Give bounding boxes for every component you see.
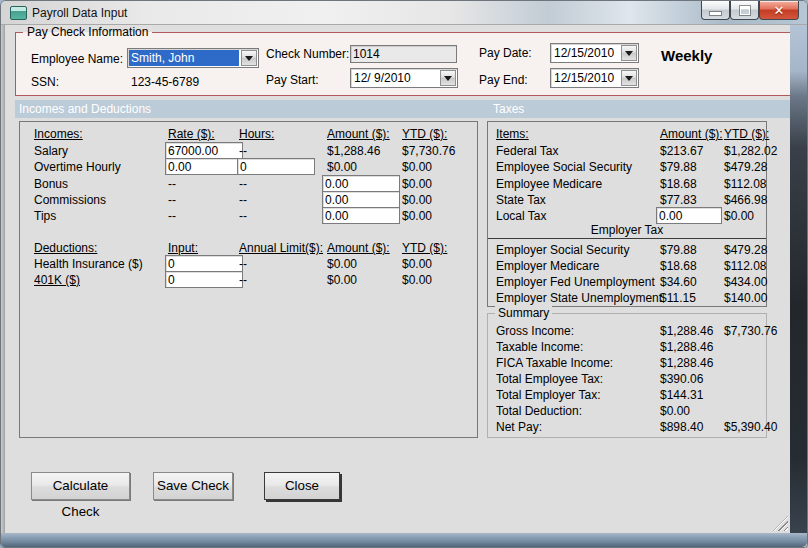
close-button[interactable]: Close xyxy=(264,472,340,500)
summary-row-total-employer-tax: Total Employer Tax: $144.31 xyxy=(488,388,766,404)
pay-end-label: Pay End: xyxy=(479,73,528,87)
pay-date-label: Pay Date: xyxy=(479,46,532,60)
local-tax-label: Local Tax xyxy=(496,209,546,223)
tax-row-employer-ss: Employer Social Security $79.88 $479.28 xyxy=(488,243,766,259)
employee-ss-amount: $79.88 xyxy=(660,160,697,174)
check-number-label: Check Number: xyxy=(266,47,349,61)
income-row-tips: Tips -- -- $0.00 xyxy=(20,209,477,225)
local-tax-ytd: $0.00 xyxy=(724,209,754,223)
summary-row-total-employee-tax: Total Employee Tax: $390.06 xyxy=(488,372,766,388)
col-tax-ytd: YTD ($): xyxy=(724,127,769,141)
overtime-rate-input[interactable] xyxy=(165,158,243,175)
fica-taxable-label: FICA Taxable Income: xyxy=(496,356,613,370)
employer-fed-unemployment-ytd: $434.00 xyxy=(724,275,767,289)
pay-start-select[interactable]: 12/ 9/2010 xyxy=(350,68,458,88)
employee-ss-label: Employee Social Security xyxy=(496,160,632,174)
title-bar: Payroll Data Input xyxy=(1,1,807,25)
salary-ytd: $7,730.76 xyxy=(402,144,455,158)
tax-row-employer-fed-unemployment: Employer Fed Unemployment $34.60 $434.00 xyxy=(488,275,766,291)
total-employer-tax-label: Total Employer Tax: xyxy=(496,388,601,402)
col-ytd: YTD ($): xyxy=(402,127,447,141)
employer-state-unemployment-ytd: $140.00 xyxy=(724,291,767,305)
employer-fed-unemployment-amount: $34.60 xyxy=(660,275,697,289)
bonus-amount-input[interactable] xyxy=(322,175,400,192)
tips-amount-input[interactable] xyxy=(322,207,400,224)
deduction-row-health-insurance: Health Insurance ($) -- $0.00 $0.00 xyxy=(20,257,477,273)
col-amount: Amount ($): xyxy=(327,127,390,141)
commissions-ytd: $0.00 xyxy=(402,193,432,207)
net-pay-amount: $898.40 xyxy=(660,420,703,434)
incomes-section-header: Incomes and Deductions xyxy=(19,102,151,116)
summary-row-fica: FICA Taxable Income: $1,288.46 xyxy=(488,356,766,372)
chevron-down-icon xyxy=(625,51,633,56)
pay-end-dropdown-button[interactable] xyxy=(621,70,637,86)
pay-end-value: 12/15/2010 xyxy=(551,69,620,87)
employee-name-label: Employee Name: xyxy=(31,52,123,66)
total-employer-tax-amount: $144.31 xyxy=(660,388,703,402)
commissions-label: Commissions xyxy=(34,193,106,207)
col-ded-ytd: YTD ($): xyxy=(402,241,447,255)
summary-row-taxable: Taxable Income: $1,288.46 xyxy=(488,340,766,356)
col-input: Input: xyxy=(168,241,198,255)
window-frame-right xyxy=(790,25,807,535)
employer-fed-unemployment-label: Employer Fed Unemployment xyxy=(496,275,655,289)
health-insurance-label: Health Insurance ($) xyxy=(34,257,143,271)
pay-start-dropdown-button[interactable] xyxy=(440,70,456,86)
chevron-down-icon xyxy=(625,76,633,81)
pay-date-dropdown-button[interactable] xyxy=(621,45,637,61)
federal-tax-label: Federal Tax xyxy=(496,144,558,158)
local-tax-input[interactable] xyxy=(656,207,722,224)
income-row-overtime: Overtime Hourly $0.00 $0.00 xyxy=(20,160,477,176)
maximize-button[interactable] xyxy=(730,1,759,20)
employee-medicare-ytd: $112.08 xyxy=(724,177,767,191)
k401-input[interactable] xyxy=(165,271,243,288)
k401-amount: $0.00 xyxy=(327,273,357,287)
gross-income-ytd: $7,730.76 xyxy=(724,324,777,338)
close-window-button[interactable]: ✕ xyxy=(759,1,799,20)
pay-start-label: Pay Start: xyxy=(266,73,319,87)
employee-medicare-amount: $18.68 xyxy=(660,177,697,191)
tax-row-federal: Federal Tax $213.67 $1,282.02 xyxy=(488,144,766,160)
bonus-rate: -- xyxy=(168,177,176,191)
summary-row-gross: Gross Income: $1,288.46 $7,730.76 xyxy=(488,324,766,340)
overtime-label: Overtime Hourly xyxy=(34,160,121,174)
employee-name-dropdown-button[interactable] xyxy=(241,50,257,66)
summary-row-net-pay: Net Pay: $898.40 $5,390.40 xyxy=(488,420,766,436)
window-frame-left xyxy=(1,25,5,535)
app-icon xyxy=(10,6,27,20)
bonus-hours: -- xyxy=(239,177,247,191)
col-tax-amount: Amount ($): xyxy=(660,127,723,141)
bonus-label: Bonus xyxy=(34,177,68,191)
incomes-header-row: Incomes: Rate ($): Hours: Amount ($): YT… xyxy=(20,127,477,143)
commissions-amount-input[interactable] xyxy=(322,191,400,208)
check-number-input[interactable] xyxy=(350,45,457,63)
summary-row-total-deduction: Total Deduction: $0.00 xyxy=(488,404,766,420)
payroll-window: Payroll Data Input ✕ Pay Check Informati… xyxy=(0,0,808,548)
minimize-button[interactable] xyxy=(701,1,730,20)
k401-link[interactable]: 401K ($) xyxy=(34,273,80,287)
health-insurance-input[interactable] xyxy=(165,255,243,272)
taxes-section-header: Taxes xyxy=(493,102,524,116)
employee-name-select[interactable]: Smith, John xyxy=(127,48,259,68)
close-icon: ✕ xyxy=(774,2,785,19)
overtime-amount: $0.00 xyxy=(327,160,357,174)
ssn-value: 123-45-6789 xyxy=(131,75,199,89)
health-insurance-amount: $0.00 xyxy=(327,257,357,271)
col-ded-amount: Amount ($): xyxy=(327,241,390,255)
pay-end-select[interactable]: 12/15/2010 xyxy=(550,68,639,88)
bonus-ytd: $0.00 xyxy=(402,177,432,191)
gross-income-amount: $1,288.46 xyxy=(660,324,713,338)
employee-medicare-label: Employee Medicare xyxy=(496,177,602,191)
overtime-hours-input[interactable] xyxy=(237,158,315,175)
pay-frequency-label: Weekly xyxy=(661,47,712,64)
save-check-button[interactable]: Save Check xyxy=(153,472,233,500)
calculate-check-button[interactable]: Calculate Check xyxy=(31,472,130,500)
pay-date-select[interactable]: 12/15/2010 xyxy=(550,43,639,63)
state-tax-ytd: $466.98 xyxy=(724,193,767,207)
tips-ytd: $0.00 xyxy=(402,209,432,223)
salary-rate-input[interactable] xyxy=(165,142,243,159)
salary-amount: $1,288.46 xyxy=(327,144,380,158)
summary-group: Gross Income: $1,288.46 $7,730.76 Taxabl… xyxy=(487,313,767,438)
gross-income-label: Gross Income: xyxy=(496,324,574,338)
tips-label: Tips xyxy=(34,209,56,223)
